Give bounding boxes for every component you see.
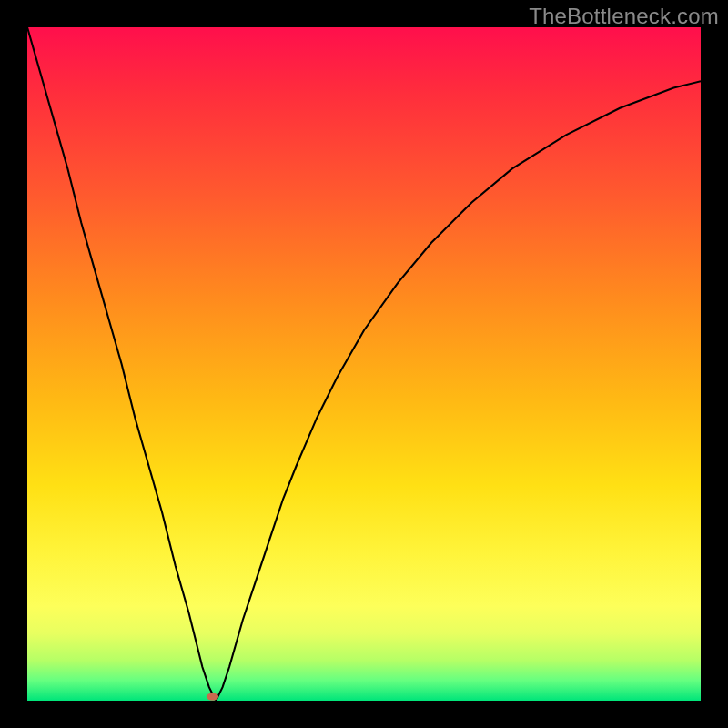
- watermark-text: TheBottleneck.com: [529, 4, 719, 29]
- chart-frame: TheBottleneck.com: [0, 0, 728, 728]
- bottleneck-curve: [27, 27, 701, 701]
- optimal-point-marker: [207, 693, 218, 700]
- plot-area: [27, 27, 701, 701]
- chart-svg: [27, 27, 701, 701]
